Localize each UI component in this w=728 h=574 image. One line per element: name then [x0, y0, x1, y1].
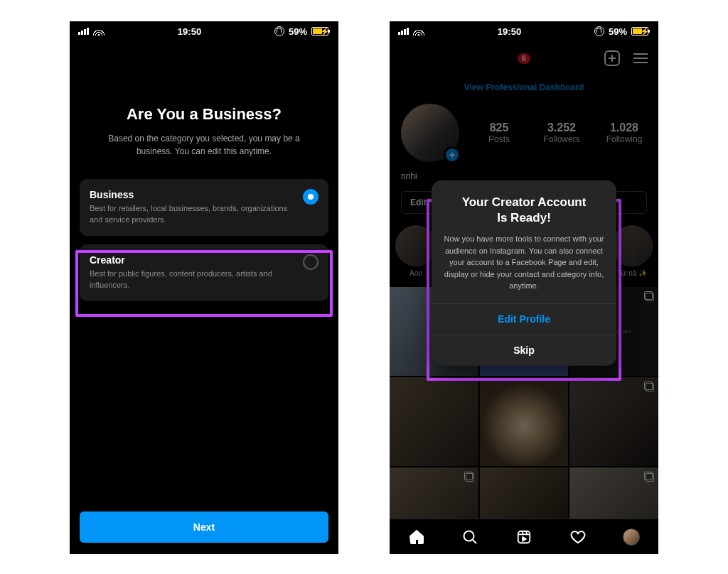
profile-header: + 825 Posts 3.252 Followers 1.028 Follow… [390, 99, 658, 170]
professional-dashboard-link[interactable]: View Professional Dashboard [390, 75, 658, 99]
signal-icon [78, 28, 89, 35]
option-business-desc: Best for retailers, local businesses, br… [90, 203, 291, 226]
search-icon [461, 529, 478, 546]
charging-icon: ⚡ [640, 27, 650, 36]
bottom-tab-bar [390, 519, 658, 554]
radio-unselected-icon [303, 254, 318, 270]
stat-followers-label: Followers [539, 134, 584, 144]
carousel-icon [644, 381, 654, 391]
tab-reels[interactable] [515, 529, 532, 546]
option-business-title: Business [90, 189, 291, 200]
tab-home[interactable] [408, 529, 425, 546]
stat-posts-label: Posts [476, 134, 522, 144]
reels-icon [516, 529, 532, 545]
stat-following[interactable]: 1.028 Following [601, 121, 647, 144]
heart-icon [569, 529, 587, 546]
page-subtitle: Based on the category you selected, you … [80, 132, 328, 179]
status-time: 19:50 [424, 26, 594, 37]
notification-badge[interactable]: 6 [518, 53, 530, 64]
carousel-icon [464, 472, 474, 482]
stat-posts[interactable]: 825 Posts [476, 121, 522, 144]
svg-rect-2 [518, 531, 530, 543]
add-story-icon: + [444, 146, 461, 163]
tab-activity[interactable] [569, 529, 587, 546]
rotation-lock-icon [594, 26, 604, 36]
next-button[interactable]: Next [80, 511, 328, 543]
story-label: Túi nà ✨ [610, 269, 654, 277]
option-creator-title: Creator [90, 254, 291, 266]
grid-post[interactable] [480, 377, 569, 466]
story-thumb [395, 225, 437, 266]
svg-point-0 [464, 531, 474, 541]
story-thumb [611, 225, 653, 266]
option-business[interactable]: Business Best for retailers, local busin… [80, 179, 328, 236]
menu-button[interactable] [631, 49, 650, 67]
tab-profile[interactable] [623, 529, 640, 546]
stat-posts-value: 825 [476, 121, 522, 134]
dialog-title-line: Your Creator Account [462, 195, 587, 209]
carousel-icon [644, 291, 654, 301]
stat-following-value: 1.028 [601, 121, 647, 134]
create-button[interactable] [603, 49, 621, 67]
grid-post[interactable] [390, 377, 478, 466]
hamburger-icon [633, 53, 648, 63]
grid-post[interactable] [569, 377, 658, 466]
stat-following-label: Following [601, 134, 647, 144]
phone-business-selection: 19:50 59% ⚡ Are You a Business? Based on… [70, 21, 338, 554]
phone-creator-ready: 19:50 59% ⚡ 6 View Professional Dashboar… [390, 21, 658, 554]
status-bar: 19:50 59% ⚡ [390, 21, 658, 41]
stat-followers-value: 3.252 [539, 121, 584, 134]
charging-icon: ⚡ [320, 27, 330, 36]
status-time: 19:50 [105, 26, 274, 37]
stat-followers[interactable]: 3.252 Followers [539, 121, 584, 144]
story-highlight[interactable]: Túi nà ✨ [610, 225, 654, 277]
profile-avatar[interactable]: + [401, 104, 459, 162]
svg-line-1 [473, 540, 476, 543]
profile-avatar-icon [623, 529, 640, 546]
edit-profile-label: Edit [410, 197, 427, 207]
option-creator-desc: Best for public figures, content produce… [90, 269, 291, 291]
tab-search[interactable] [461, 529, 478, 546]
dialog-body: Now you have more tools to connect with … [443, 233, 605, 292]
plus-box-icon [604, 50, 620, 66]
dialog-edit-profile-button[interactable]: Edit Profile [432, 303, 616, 334]
home-icon [408, 529, 425, 546]
status-bar: 19:50 59% ⚡ [70, 21, 338, 41]
wifi-icon [93, 27, 105, 36]
battery-pct: 59% [609, 26, 627, 37]
dialog-title-line: Is Ready! [497, 211, 551, 224]
battery-pct: 59% [289, 26, 307, 37]
creator-ready-dialog: Your Creator Account Is Ready! Now you h… [432, 180, 616, 366]
option-creator[interactable]: Creator Best for public figures, content… [80, 244, 328, 301]
page-title: Are You a Business? [80, 105, 328, 124]
dialog-skip-button[interactable]: Skip [432, 334, 616, 365]
profile-topbar: 6 [390, 41, 658, 75]
rotation-lock-icon [274, 26, 284, 36]
radio-selected-icon [303, 189, 318, 205]
carousel-icon [644, 472, 654, 482]
wifi-icon [413, 27, 424, 36]
dialog-title: Your Creator Account Is Ready! [443, 195, 605, 226]
signal-icon [398, 28, 409, 35]
